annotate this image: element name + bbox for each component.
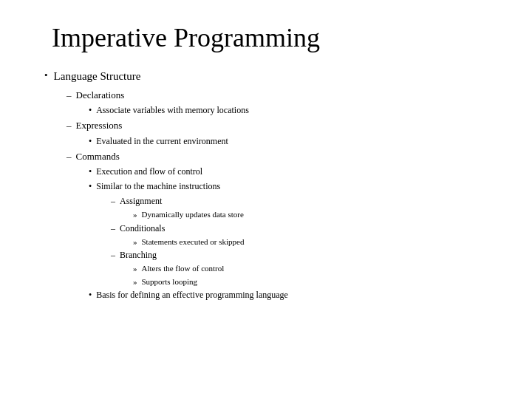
bullet-small-icon-5: • (89, 288, 92, 301)
commands-section: – Commands (66, 149, 488, 164)
commands-label: Commands (76, 149, 120, 164)
assignment-detail: Dynamically updates data store (142, 208, 244, 221)
expressions-detail: Evaluated in the current environment (96, 134, 228, 148)
dash-small-icon-2: – (111, 222, 115, 235)
dash-small-icon: – (111, 194, 115, 208)
commands-detail-2: Similar to the machine instructions (96, 180, 220, 193)
assignment-item: – Assignment (111, 194, 488, 208)
basis-item: • Basis for defining an effective progra… (89, 288, 488, 301)
commands-detail-1: Execution and flow of control (96, 165, 202, 178)
slide-title: Imperative Programming (52, 22, 488, 53)
basis-detail: Basis for defining an effective programm… (96, 288, 288, 301)
expressions-section: – Expressions (66, 118, 488, 133)
expressions-child-1: • Evaluated in the current environment (89, 134, 488, 148)
declarations-child-1: • Associate variables with memory locati… (89, 103, 488, 117)
conditionals-detail: Statements executed or skipped (142, 236, 245, 248)
conditionals-label: Conditionals (120, 222, 165, 235)
commands-child-1: • Execution and flow of control (89, 165, 488, 178)
dash-small-icon-3: – (111, 248, 115, 262)
dash-icon: – (66, 88, 72, 103)
level1-label: Language Structure (54, 68, 141, 85)
assignment-child: » Dynamically updates data store (133, 208, 488, 221)
dash-icon-3: – (66, 149, 72, 164)
chevron-icon-2: » (133, 236, 137, 248)
conditionals-item: – Conditionals (111, 222, 488, 235)
assignment-label: Assignment (120, 194, 162, 208)
slide: Imperative Programming • Language Struct… (0, 0, 532, 399)
declarations-section: – Declarations (66, 88, 488, 103)
branching-detail-2: Supports looping (142, 276, 197, 288)
bullet-small-icon-3: • (89, 165, 92, 178)
branching-child-2: » Supports looping (133, 276, 488, 288)
chevron-icon-3: » (133, 262, 137, 275)
branching-child-1: » Alters the flow of control (133, 262, 488, 275)
bullet-small-icon-2: • (89, 134, 92, 148)
content-area: • Language Structure – Declarations • As… (44, 68, 488, 301)
declarations-label: Declarations (76, 88, 125, 103)
branching-detail-1: Alters the flow of control (142, 262, 225, 275)
dash-icon-2: – (66, 118, 72, 133)
commands-child-2: • Similar to the machine instructions (89, 180, 488, 193)
bullet-small-icon-4: • (89, 180, 92, 193)
declarations-detail: Associate variables with memory location… (96, 103, 249, 117)
conditionals-child: » Statements executed or skipped (133, 236, 488, 248)
bullet-small-icon: • (89, 103, 92, 117)
chevron-icon: » (133, 208, 137, 221)
branching-item: – Branching (111, 248, 488, 262)
chevron-icon-4: » (133, 276, 137, 288)
bullet-icon: • (44, 68, 48, 83)
level1-item: • Language Structure (44, 68, 488, 85)
expressions-label: Expressions (76, 118, 123, 133)
branching-label: Branching (120, 248, 157, 262)
